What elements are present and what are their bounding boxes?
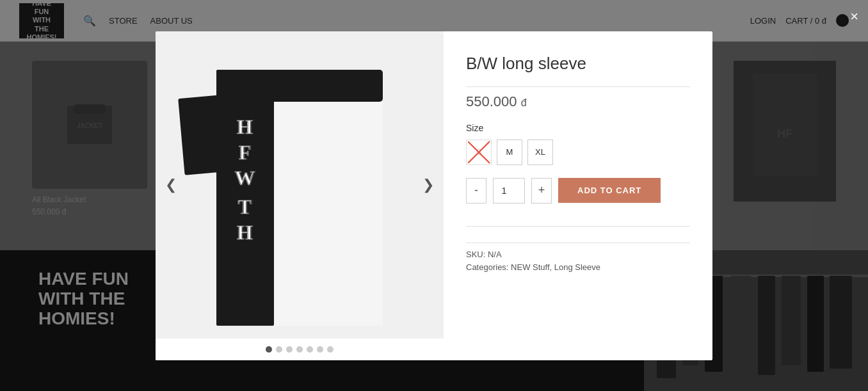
prev-image-button[interactable]: ❮ — [159, 170, 183, 200]
svg-rect-18 — [216, 70, 383, 102]
image-dots — [156, 339, 444, 360]
svg-text:H: H — [237, 221, 253, 244]
quantity-plus-button[interactable]: + — [531, 178, 552, 203]
svg-text:T: T — [238, 195, 252, 218]
product-image: H F W T H H F W T H — [156, 31, 444, 339]
svg-text:H: H — [237, 115, 253, 138]
quantity-input[interactable] — [493, 178, 525, 203]
modal-info-section: B/W long sleeve 550.000 đ Size S M XL - … — [444, 31, 712, 360]
product-modal: ❮ H F W T H — [156, 31, 712, 360]
next-image-button[interactable]: ❯ — [416, 170, 440, 200]
categories-row: Categories: NEW Stuff, Long Sleeve — [466, 262, 690, 272]
size-label: Size — [466, 123, 690, 133]
svg-text:F: F — [239, 141, 252, 164]
product-image-container: ❮ H F W T H — [156, 31, 444, 339]
dot-1[interactable] — [266, 346, 272, 353]
size-m-button[interactable]: M — [497, 140, 522, 165]
dot-2[interactable] — [276, 346, 282, 353]
product-title: B/W long sleeve — [466, 54, 690, 74]
dot-5[interactable] — [307, 346, 313, 353]
svg-text:W: W — [235, 166, 255, 189]
quantity-row: - + ADD TO CART — [466, 178, 690, 203]
size-xl-button[interactable]: XL — [527, 140, 553, 165]
sku-row: SKU: N/A — [466, 250, 690, 259]
add-to-cart-button[interactable]: ADD TO CART — [558, 178, 661, 203]
dot-6[interactable] — [317, 346, 323, 353]
meta-divider — [466, 243, 690, 243]
product-price: 550.000 đ — [466, 93, 690, 110]
quantity-minus-button[interactable]: - — [466, 178, 486, 203]
modal-image-section: ❮ H F W T H — [156, 31, 444, 360]
modal-overlay: × ❮ H F — [0, 0, 868, 391]
size-options: S M XL — [466, 140, 690, 165]
close-button[interactable]: × — [850, 10, 858, 24]
title-divider — [466, 86, 690, 87]
svg-rect-29 — [178, 95, 226, 175]
size-s-button[interactable]: S — [466, 140, 492, 165]
dot-4[interactable] — [296, 346, 303, 353]
product-meta: SKU: N/A Categories: NEW Stuff, Long Sle… — [466, 226, 690, 275]
dot-3[interactable] — [286, 346, 293, 353]
dot-7[interactable] — [327, 346, 334, 353]
